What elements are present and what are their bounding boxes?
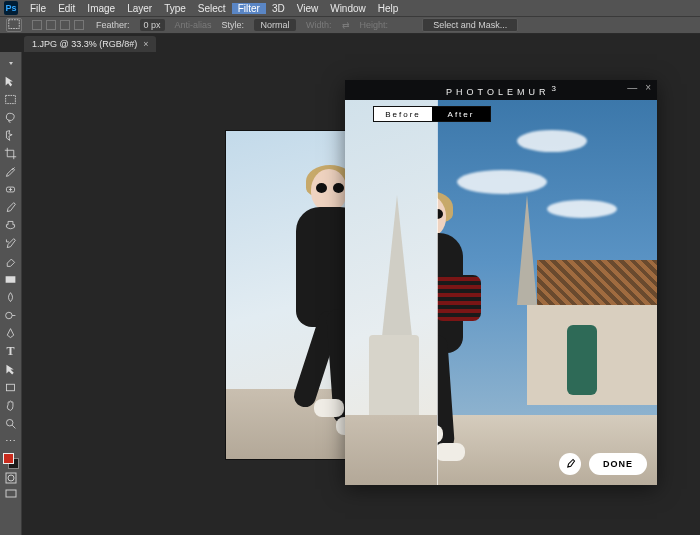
photolemur-brand: PHOTOLEMUR3 bbox=[446, 84, 556, 97]
feather-label: Feather: bbox=[96, 20, 130, 30]
tools-panel: T ⋯ bbox=[0, 52, 22, 535]
move-tool[interactable] bbox=[2, 72, 20, 90]
brush-adjust-button[interactable] bbox=[559, 453, 581, 475]
menu-help[interactable]: Help bbox=[372, 3, 405, 14]
svg-point-9 bbox=[8, 475, 14, 481]
document-tab-close-icon[interactable]: × bbox=[143, 39, 148, 49]
pen-tool[interactable] bbox=[2, 324, 20, 342]
before-after-toggle[interactable]: Before After bbox=[373, 106, 491, 122]
tool-collapse-icon[interactable] bbox=[2, 54, 20, 72]
options-bar: Feather: 0 px Anti-alias Style: Normal W… bbox=[0, 16, 700, 34]
canvas-area: T ⋯ bbox=[0, 52, 700, 535]
selection-sub-icon[interactable] bbox=[60, 20, 70, 30]
height-label: Height: bbox=[360, 20, 389, 30]
done-button[interactable]: DONE bbox=[589, 453, 647, 475]
svg-rect-1 bbox=[6, 95, 16, 103]
document-tab[interactable]: 1.JPG @ 33.3% (RGB/8#) × bbox=[24, 36, 156, 52]
menu-image[interactable]: Image bbox=[81, 3, 121, 14]
compare-divider[interactable] bbox=[437, 80, 438, 485]
svg-rect-6 bbox=[6, 384, 14, 391]
eraser-tool[interactable] bbox=[2, 252, 20, 270]
path-select-tool[interactable] bbox=[2, 360, 20, 378]
foreground-color-swatch[interactable] bbox=[3, 453, 14, 464]
menu-bar: Ps File Edit Image Layer Type Select Fil… bbox=[0, 0, 700, 16]
hand-tool[interactable] bbox=[2, 396, 20, 414]
screen-mode-icon[interactable] bbox=[2, 486, 20, 502]
selection-mode-group bbox=[32, 20, 86, 30]
panel-minimize-button[interactable]: — bbox=[627, 82, 637, 93]
clone-stamp-tool[interactable] bbox=[2, 216, 20, 234]
menu-layer[interactable]: Layer bbox=[121, 3, 158, 14]
marquee-tool[interactable] bbox=[2, 90, 20, 108]
statue-icon bbox=[567, 325, 597, 395]
rectangle-shape-tool[interactable] bbox=[2, 378, 20, 396]
document-tab-title: 1.JPG @ 33.3% (RGB/8#) bbox=[32, 39, 137, 49]
after-region bbox=[437, 80, 657, 485]
dodge-tool[interactable] bbox=[2, 306, 20, 324]
brush-tool[interactable] bbox=[2, 198, 20, 216]
menu-3d[interactable]: 3D bbox=[266, 3, 291, 14]
photolemur-title-bar[interactable]: PHOTOLEMUR3 — × bbox=[345, 80, 657, 100]
menu-window[interactable]: Window bbox=[324, 3, 372, 14]
quick-mask-icon[interactable] bbox=[2, 470, 20, 486]
after-tab[interactable]: After bbox=[432, 107, 490, 121]
photolemur-preview[interactable] bbox=[345, 80, 657, 485]
feather-input[interactable]: 0 px bbox=[140, 19, 165, 31]
panel-close-button[interactable]: × bbox=[645, 82, 651, 93]
active-tool-marquee-icon[interactable] bbox=[6, 18, 22, 32]
svg-point-7 bbox=[6, 419, 13, 426]
menu-view[interactable]: View bbox=[291, 3, 325, 14]
blur-tool[interactable] bbox=[2, 288, 20, 306]
crop-tool[interactable] bbox=[2, 144, 20, 162]
history-brush-tool[interactable] bbox=[2, 234, 20, 252]
anti-alias-checkbox[interactable]: Anti-alias bbox=[175, 20, 212, 30]
healing-brush-tool[interactable] bbox=[2, 180, 20, 198]
type-tool[interactable]: T bbox=[2, 342, 20, 360]
svg-rect-10 bbox=[6, 490, 16, 497]
photolemur-panel: PHOTOLEMUR3 — × Before After DONE bbox=[345, 80, 657, 485]
gradient-tool[interactable] bbox=[2, 270, 20, 288]
selection-add-icon[interactable] bbox=[46, 20, 56, 30]
quick-select-tool[interactable] bbox=[2, 126, 20, 144]
menu-type[interactable]: Type bbox=[158, 3, 192, 14]
before-region bbox=[345, 80, 437, 485]
svg-rect-0 bbox=[9, 20, 20, 29]
ps-logo-icon: Ps bbox=[4, 1, 18, 15]
width-label: Width: bbox=[306, 20, 332, 30]
edit-toolbar-icon[interactable]: ⋯ bbox=[2, 432, 20, 450]
document-tab-bar: 1.JPG @ 33.3% (RGB/8#) × bbox=[0, 34, 700, 52]
style-label: Style: bbox=[222, 20, 245, 30]
lasso-tool[interactable] bbox=[2, 108, 20, 126]
style-select[interactable]: Normal bbox=[254, 19, 296, 31]
select-and-mask-button[interactable]: Select and Mask... bbox=[422, 18, 518, 32]
zoom-tool[interactable] bbox=[2, 414, 20, 432]
selection-new-icon[interactable] bbox=[32, 20, 42, 30]
eyedropper-tool[interactable] bbox=[2, 162, 20, 180]
menu-file[interactable]: File bbox=[24, 3, 52, 14]
menu-select[interactable]: Select bbox=[192, 3, 232, 14]
before-tab[interactable]: Before bbox=[374, 107, 432, 121]
selection-int-icon[interactable] bbox=[74, 20, 84, 30]
color-swatch[interactable] bbox=[2, 452, 20, 470]
swap-wh-icon: ⇄ bbox=[342, 20, 350, 30]
menu-edit[interactable]: Edit bbox=[52, 3, 81, 14]
svg-point-5 bbox=[6, 312, 13, 319]
svg-rect-3 bbox=[6, 276, 16, 283]
menu-filter[interactable]: Filter bbox=[232, 3, 266, 14]
